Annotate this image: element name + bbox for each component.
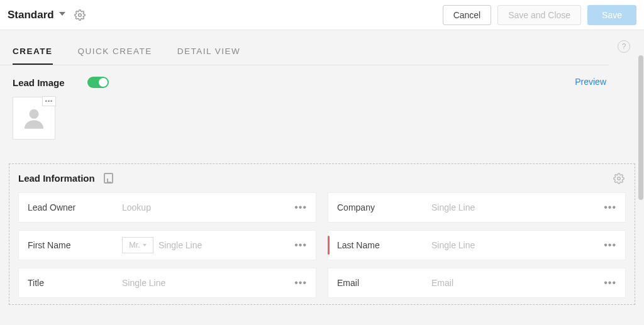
lead-image-more-button[interactable]: ••• <box>42 96 56 106</box>
field-row[interactable]: CompanySingle Line••• <box>328 192 626 223</box>
svg-point-2 <box>618 177 621 180</box>
field-type-label: Email <box>431 278 453 288</box>
work-area: ? Create Quick Create Detail View Previe… <box>0 30 644 325</box>
field-label: Lead Owner <box>28 202 122 212</box>
lead-image-placeholder[interactable]: ••• <box>13 97 55 140</box>
gear-icon <box>613 173 625 184</box>
topbar: Standard Cancel Save and Close Save <box>0 0 644 30</box>
avatar-icon <box>21 106 47 131</box>
salutation-dropdown[interactable]: Mr. <box>122 237 153 253</box>
tab-create[interactable]: Create <box>13 47 53 65</box>
help-icon: ? <box>622 42 626 51</box>
field-row[interactable]: First NameMr.Single Line••• <box>18 230 316 260</box>
field-type: Lookup <box>122 202 292 212</box>
field-type-label: Single Line <box>431 240 475 250</box>
field-column-left: Lead OwnerLookup•••First NameMr.Single L… <box>18 192 316 298</box>
tab-quick-create[interactable]: Quick Create <box>78 47 152 65</box>
field-more-button[interactable]: ••• <box>601 240 619 250</box>
field-label: Last Name <box>337 240 431 250</box>
field-row[interactable]: Lead OwnerLookup••• <box>18 192 316 223</box>
field-type: Mr.Single Line <box>122 237 292 253</box>
section-header: Lead Information <box>18 173 626 184</box>
topbar-right: Cancel Save and Close Save <box>443 5 636 25</box>
save-and-close-button[interactable]: Save and Close <box>497 5 581 25</box>
lead-image-row: Lead Image <box>0 65 644 94</box>
scrollbar[interactable] <box>638 55 643 200</box>
field-type-label: Single Line <box>158 240 202 250</box>
lead-image-label: Lead Image <box>13 77 65 88</box>
cancel-button[interactable]: Cancel <box>443 5 492 25</box>
field-label: Email <box>337 278 431 288</box>
chevron-down-icon <box>143 244 147 246</box>
field-row[interactable]: EmailEmail••• <box>328 268 626 298</box>
svg-point-0 <box>78 13 81 16</box>
field-type-label: Single Line <box>122 278 165 288</box>
field-more-button[interactable]: ••• <box>292 240 309 250</box>
field-type: Email <box>431 278 601 288</box>
business-card-icon[interactable] <box>104 173 113 184</box>
more-icon: ••• <box>45 99 53 104</box>
salutation-value: Mr. <box>129 241 140 250</box>
field-row[interactable]: TitleSingle Line••• <box>18 268 316 298</box>
field-label: First Name <box>28 240 122 250</box>
save-button[interactable]: Save <box>587 5 636 25</box>
field-type-label: Lookup <box>122 202 151 212</box>
field-more-button[interactable]: ••• <box>601 202 619 212</box>
help-button[interactable]: ? <box>618 40 630 53</box>
tabs: Create Quick Create Detail View <box>0 30 609 65</box>
field-more-button[interactable]: ••• <box>292 202 309 212</box>
field-label: Company <box>337 202 431 212</box>
section-lead-information: Lead Information Lead OwnerLookup•••Firs… <box>9 163 635 305</box>
chevron-down-icon <box>59 12 65 18</box>
preview-link[interactable]: Preview <box>575 77 606 87</box>
lead-image-toggle[interactable] <box>87 77 109 88</box>
field-type-label: Single Line <box>431 202 475 212</box>
field-type: Single Line <box>431 202 601 212</box>
field-more-button[interactable]: ••• <box>292 278 309 288</box>
field-row[interactable]: Last NameSingle Line••• <box>328 230 626 260</box>
settings-button[interactable] <box>74 9 86 21</box>
topbar-left: Standard <box>8 9 86 21</box>
field-type: Single Line <box>122 278 292 288</box>
section-settings-button[interactable] <box>613 173 625 187</box>
section-title: Lead Information <box>18 173 95 184</box>
gear-icon <box>74 9 86 21</box>
field-type: Single Line <box>431 240 601 250</box>
svg-point-1 <box>30 109 39 119</box>
field-grid: Lead OwnerLookup•••First NameMr.Single L… <box>18 192 626 298</box>
layout-selector[interactable]: Standard <box>8 9 65 21</box>
field-more-button[interactable]: ••• <box>601 278 619 288</box>
tab-detail-view[interactable]: Detail View <box>177 47 241 65</box>
layout-name: Standard <box>8 9 54 21</box>
field-column-right: CompanySingle Line•••Last NameSingle Lin… <box>328 192 626 298</box>
field-label: Title <box>28 278 122 288</box>
